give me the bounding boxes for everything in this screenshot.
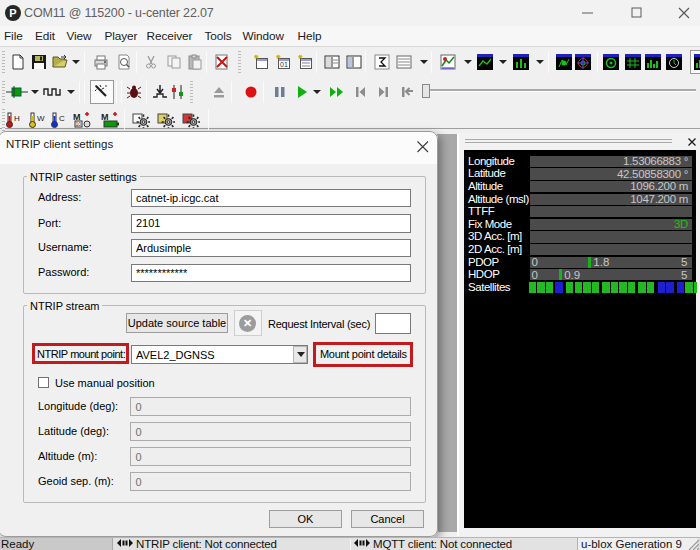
- svg-text:W: W: [37, 114, 45, 123]
- svg-text:H: H: [14, 114, 20, 123]
- svg-text:C: C: [59, 114, 65, 123]
- svg-text:10: 10: [76, 121, 82, 127]
- svg-text:01: 01: [280, 61, 288, 68]
